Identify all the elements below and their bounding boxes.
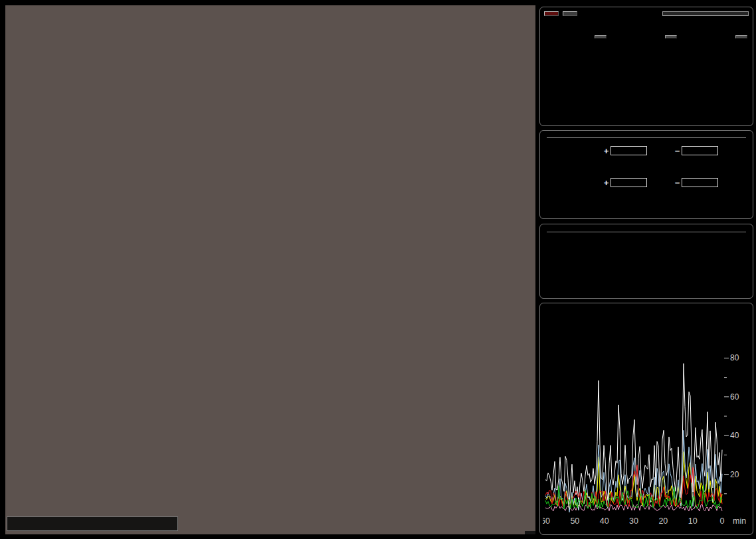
nexstorm-window: + − + − — [0, 0, 756, 539]
plus-sign: + — [604, 178, 611, 188]
status-panel — [539, 224, 753, 299]
map-image[interactable] — [5, 5, 535, 534]
trend-y-label: 40 — [730, 431, 739, 440]
strike-button[interactable] — [544, 11, 559, 16]
distribution-title — [547, 135, 746, 138]
plus-sign: + — [604, 146, 611, 156]
datetime-display — [547, 228, 746, 232]
ic-minus-bar — [682, 178, 718, 187]
trend-y-label: 80 — [730, 354, 739, 362]
cg-minus-bar — [682, 146, 718, 155]
trend-y-label: 20 — [730, 470, 739, 479]
close-per-min-label — [665, 35, 677, 38]
trend-y-label: 60 — [730, 392, 739, 402]
noises-per-min-label — [735, 35, 747, 38]
lightning-map[interactable] — [5, 5, 535, 534]
trend-panel: 204060806050403020100min — [539, 303, 753, 535]
trend-x-label: 20 — [658, 516, 668, 526]
map-legend — [7, 516, 178, 531]
legend-header-row — [10, 518, 175, 528]
trend-x-label: 60 — [543, 516, 550, 526]
trend-x-label: 40 — [600, 516, 609, 526]
cg-plus-bar — [611, 146, 647, 155]
noise-button[interactable] — [563, 11, 577, 16]
type-distribution-panel: + − + − — [539, 130, 753, 219]
minus-sign: − — [675, 146, 682, 156]
strike-counter-panel — [539, 7, 753, 126]
ic-plus-bar — [611, 178, 647, 187]
strikes-per-min-label — [595, 35, 607, 38]
trend-x-label: 30 — [629, 516, 638, 526]
minus-sign: − — [675, 178, 682, 188]
trend-x-label: 10 — [688, 516, 698, 526]
trend-series-green — [545, 485, 722, 509]
trend-x-unit: min — [733, 516, 746, 526]
copyright-label — [525, 531, 535, 534]
trend-x-label: 0 — [720, 516, 725, 526]
trend-x-label: 50 — [570, 516, 579, 526]
trend-graph: 204060806050403020100min — [543, 354, 750, 532]
bearing-box — [662, 11, 749, 16]
